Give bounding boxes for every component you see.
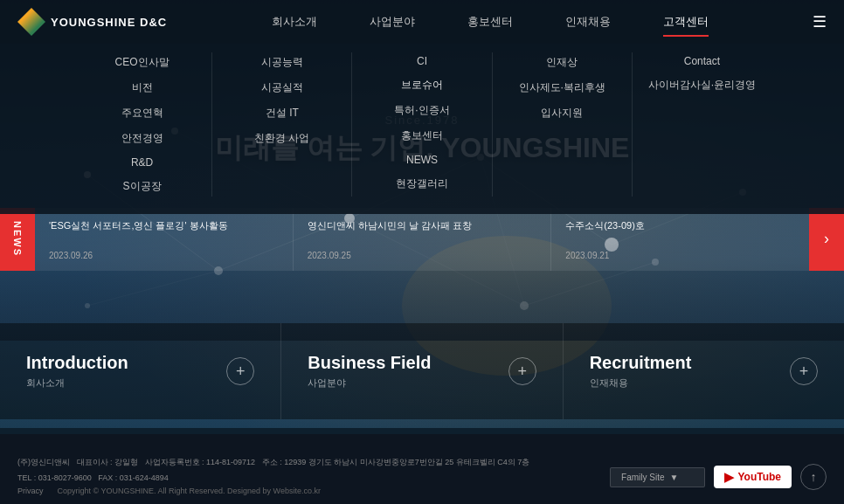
dd-construction-record[interactable]: 시공실적 [221, 78, 342, 98]
dropdown-col-business: 시공능력 시공실적 건설 IT 친환경 사업 [212, 52, 352, 197]
logo-text: YOUNGSHINE D&C [51, 16, 167, 29]
news-item-3[interactable]: 수주소식(23-09)호 2023.09.21 [551, 208, 809, 271]
news-items: 'ESG실천 서포터즈,영신 플로깅' 봉사활동 2023.09.26 영신디앤… [35, 208, 809, 271]
dd-ci[interactable]: CI [361, 52, 482, 70]
section-plus-recruit[interactable]: + [790, 357, 818, 385]
dd-patent[interactable]: 특허·인증서 [361, 100, 482, 121]
news-next-arrow[interactable]: › [809, 208, 844, 271]
dropdown-cols: CEO인사말 비전 주요연혁 안전경영 R&D S이공장 시공능력 시공실적 건… [73, 52, 771, 197]
family-site-dropdown[interactable]: Family Site ▼ [610, 467, 705, 487]
news-date-2: 2023.09.25 [308, 251, 537, 260]
footer-copyright: Copyright © YOUNGSHINE. All Right Reserv… [58, 487, 321, 495]
section-plus-intro[interactable]: + [226, 357, 254, 385]
section-text-business: Business Field 사업분야 [308, 353, 508, 390]
dd-construction-it[interactable]: 건설 IT [221, 103, 342, 123]
footer: (주)영신디앤씨 대표이사 : 강일형 사업자등록번호 : 114-81-097… [0, 434, 844, 504]
youtube-icon: ▶ [724, 470, 734, 484]
scroll-top-button[interactable]: ↑ [800, 464, 827, 490]
section-business: Business Field 사업분야 + [281, 323, 563, 419]
section-recruitment: Recruitment 인재채용 + [564, 323, 844, 419]
dropdown-col-pr: CI 브로슈어 특허·인증서 홍보센터 NEWS 현장갤러리 [352, 52, 492, 197]
dropdown-col-customer: Contact 사이버감사실·윤리경영 [633, 52, 771, 197]
news-item-1[interactable]: 'ESG실천 서포터즈,영신 플로깅' 봉사활동 2023.09.26 [35, 208, 294, 271]
dd-news[interactable]: NEWS [361, 151, 482, 169]
footer-right: Family Site ▼ ▶ YouTube ↑ [610, 464, 827, 490]
news-date-1: 2023.09.26 [49, 251, 279, 260]
dd-ceo[interactable]: CEO인사말 [81, 52, 203, 72]
family-site-label: Family Site [621, 473, 664, 482]
news-badge: NEWS [0, 208, 35, 271]
news-title-3: 수주소식(23-09)호 [565, 218, 795, 233]
section-text-recruit: Recruitment 인재채용 [590, 353, 790, 390]
section-introduction: Introduction 회사소개 + [0, 323, 281, 419]
dropdown-col-recruit: 인재상 인사제도·복리후생 입사지원 [493, 52, 633, 197]
nav-recruit[interactable]: 인재채용 [565, 10, 611, 33]
dd-brochure[interactable]: 브로슈어 [361, 75, 482, 95]
dd-pr-center[interactable]: 홍보센터 [361, 126, 482, 146]
section-title-en-recruit: Recruitment [590, 353, 790, 373]
dd-apply[interactable]: 입사지원 [502, 103, 623, 123]
dd-history[interactable]: 주요연혁 [81, 103, 203, 123]
footer-privacy-link[interactable]: Privacy [17, 487, 44, 495]
dd-vision[interactable]: 비전 [81, 78, 203, 98]
dd-factory[interactable]: S이공장 [81, 176, 203, 197]
nav-company[interactable]: 회사소개 [272, 10, 317, 33]
dd-talent[interactable]: 인재상 [502, 52, 623, 72]
main-nav: 회사소개 사업분야 홍보센터 인재채용 고객센터 [167, 10, 813, 33]
dd-construction-capability[interactable]: 시공능력 [221, 52, 342, 72]
dd-contact[interactable]: Contact [641, 52, 763, 70]
section-title-ko-recruit: 인재채용 [590, 376, 790, 390]
youtube-button[interactable]: ▶ YouTube [714, 466, 792, 488]
dd-gallery[interactable]: 현장갤러리 [361, 174, 482, 194]
section-title-en-business: Business Field [308, 353, 508, 373]
dd-eco-project[interactable]: 친환경 사업 [221, 128, 342, 148]
news-date-3: 2023.09.21 [565, 251, 795, 260]
dd-ethics[interactable]: 사이버감사실·윤리경영 [641, 75, 763, 95]
youtube-label: YouTube [737, 471, 781, 483]
nav-pr[interactable]: 홍보센터 [467, 10, 513, 33]
news-ticker: NEWS 'ESG실천 서포터즈,영신 플로깅' 봉사활동 2023.09.26… [0, 208, 844, 271]
nav-customer[interactable]: 고객센터 [663, 10, 709, 33]
logo-icon [17, 8, 45, 36]
news-title-2: 영신디앤씨 하남시민의 날 감사패 표창 [308, 218, 537, 233]
logo[interactable]: YOUNGSHINE D&C [17, 8, 167, 36]
section-text-intro: Introduction 회사소개 [26, 353, 226, 390]
hamburger-menu[interactable]: ☰ [813, 12, 827, 31]
section-title-ko-intro: 회사소개 [26, 376, 226, 390]
dd-safety[interactable]: 안전경영 [81, 128, 203, 148]
header: YOUNGSHINE D&C 회사소개 사업분야 홍보센터 인재채용 고객센터 … [0, 0, 844, 44]
family-site-arrow: ▼ [670, 473, 679, 482]
news-title-1: 'ESG실천 서포터즈,영신 플로깅' 봉사활동 [49, 218, 279, 233]
dd-rd[interactable]: R&D [81, 154, 203, 171]
bottom-sections: Introduction 회사소개 + Business Field 사업분야 … [0, 323, 844, 419]
section-title-en-intro: Introduction [26, 353, 226, 373]
dropdown-overlay: CEO인사말 비전 주요연혁 안전경영 R&D S이공장 시공능력 시공실적 건… [0, 44, 844, 214]
section-title-ko-business: 사업분야 [308, 376, 508, 390]
section-plus-business[interactable]: + [508, 357, 536, 385]
dd-hr-system[interactable]: 인사제도·복리후생 [502, 78, 623, 98]
news-item-2[interactable]: 영신디앤씨 하남시민의 날 감사패 표창 2023.09.25 [294, 208, 552, 271]
nav-business[interactable]: 사업분야 [370, 10, 415, 33]
dropdown-col-company: CEO인사말 비전 주요연혁 안전경영 R&D S이공장 [73, 52, 212, 197]
